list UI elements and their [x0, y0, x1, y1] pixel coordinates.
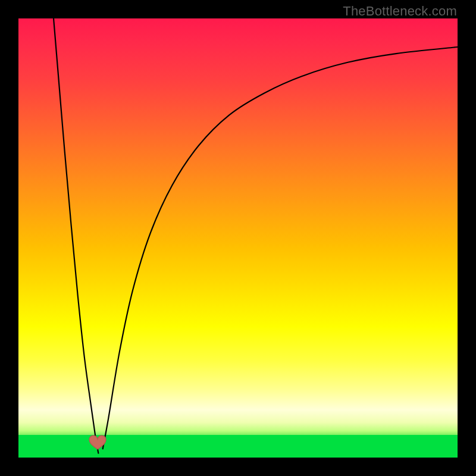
bottleneck-curve: [18, 18, 458, 458]
heart-icon: [87, 433, 108, 451]
watermark-text: TheBottleneck.com: [343, 4, 457, 19]
chart-frame: [18, 18, 458, 458]
